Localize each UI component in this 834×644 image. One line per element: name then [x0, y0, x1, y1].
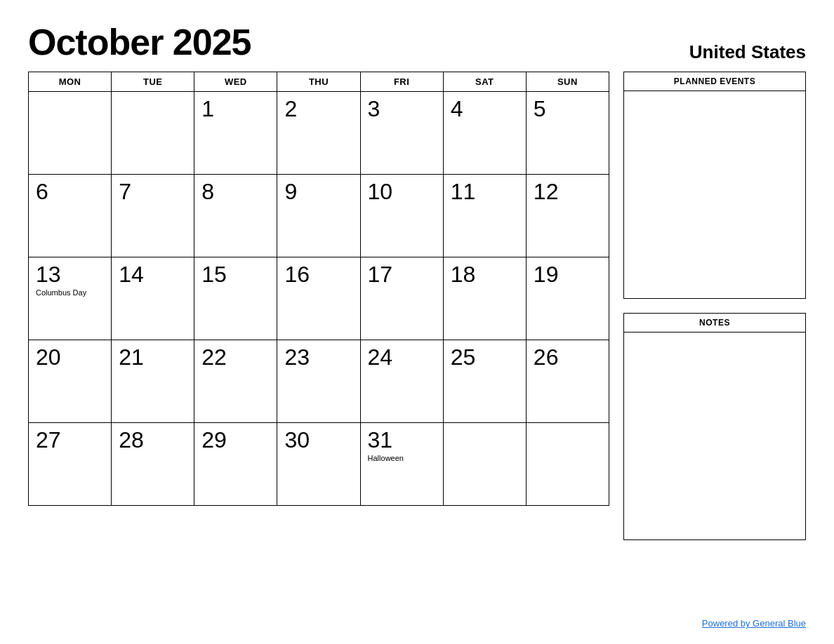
calendar-cell: 1 [194, 92, 277, 175]
month-title: October 2025 [28, 21, 251, 63]
calendar-header-row: MON TUE WED THU FRI SAT SUN [29, 72, 609, 92]
col-sun: SUN [526, 72, 609, 92]
calendar-cell: 5 [526, 92, 609, 175]
calendar-cell: 11 [443, 175, 526, 257]
calendar-cell: 21 [112, 340, 194, 423]
calendar-cell: 22 [194, 340, 277, 423]
calendar-cell: 18 [443, 257, 526, 340]
col-wed: WED [194, 72, 277, 92]
day-number: 19 [534, 263, 602, 286]
calendar-table: MON TUE WED THU FRI SAT SUN 123456789101… [28, 72, 609, 506]
day-number: 4 [451, 98, 519, 120]
calendar-cell [443, 423, 526, 506]
col-thu: THU [277, 72, 360, 92]
calendar-week-row: 2728293031Halloween [29, 423, 609, 506]
calendar-week-row: 12345 [29, 92, 609, 175]
day-number: 3 [368, 98, 436, 120]
calendar-week-row: 6789101112 [29, 175, 609, 257]
calendar-cell: 20 [29, 340, 112, 423]
notes-header: NOTES [624, 314, 805, 333]
calendar-cell: 2 [277, 92, 360, 175]
day-number: 21 [119, 346, 187, 368]
day-number: 28 [119, 429, 187, 451]
calendar-cell: 24 [360, 340, 443, 423]
col-tue: TUE [112, 72, 194, 92]
calendar-cell: 30 [277, 423, 360, 506]
planned-events-header: PLANNED EVENTS [624, 72, 805, 91]
calendar-cell: 14 [112, 257, 194, 340]
calendar-cell [112, 92, 194, 175]
day-number: 31 [368, 429, 436, 451]
day-number: 22 [201, 346, 270, 368]
calendar-cell: 28 [112, 423, 194, 506]
day-number: 2 [284, 98, 352, 120]
calendar-cell: 9 [277, 175, 360, 257]
calendar-cell: 8 [194, 175, 277, 257]
calendar-cell [29, 92, 112, 175]
planned-events-box: PLANNED EVENTS [623, 72, 806, 299]
sidebar: PLANNED EVENTS NOTES [623, 72, 806, 540]
day-number: 29 [201, 429, 270, 451]
calendar-cell [526, 423, 609, 506]
calendar-section: MON TUE WED THU FRI SAT SUN 123456789101… [28, 72, 609, 506]
holiday-label: Columbus Day [36, 288, 104, 297]
day-number: 30 [284, 429, 352, 451]
calendar-cell: 10 [360, 175, 443, 257]
holiday-label: Halloween [368, 454, 436, 463]
calendar-cell: 13Columbus Day [29, 257, 112, 340]
day-number: 23 [284, 346, 352, 368]
calendar-cell: 19 [526, 257, 609, 340]
calendar-cell: 6 [29, 175, 112, 257]
day-number: 17 [368, 263, 436, 286]
notes-body [624, 333, 805, 539]
main-area: MON TUE WED THU FRI SAT SUN 123456789101… [28, 72, 806, 540]
planned-events-body [624, 91, 805, 298]
calendar-week-row: 13Columbus Day141516171819 [29, 257, 609, 340]
day-number: 9 [284, 180, 352, 203]
day-number: 11 [451, 180, 519, 203]
calendar-cell: 27 [29, 423, 112, 506]
day-number: 12 [534, 180, 602, 203]
country-title: United States [689, 41, 806, 63]
day-number: 18 [451, 263, 519, 286]
calendar-cell: 16 [277, 257, 360, 340]
day-number: 7 [119, 180, 187, 203]
day-number: 25 [451, 346, 519, 368]
day-number: 6 [36, 180, 104, 203]
calendar-cell: 12 [526, 175, 609, 257]
calendar-cell: 26 [526, 340, 609, 423]
calendar-cell: 25 [443, 340, 526, 423]
day-number: 10 [368, 180, 436, 203]
calendar-week-row: 20212223242526 [29, 340, 609, 423]
day-number: 27 [36, 429, 104, 451]
notes-box: NOTES [623, 313, 806, 540]
day-number: 16 [284, 263, 352, 286]
day-number: 26 [534, 346, 602, 368]
page-header: October 2025 United States [28, 21, 806, 63]
calendar-cell: 31Halloween [360, 423, 443, 506]
calendar-cell: 29 [194, 423, 277, 506]
col-mon: MON [29, 72, 112, 92]
day-number: 24 [368, 346, 436, 368]
day-number: 13 [36, 263, 104, 286]
calendar-cell: 15 [194, 257, 277, 340]
day-number: 8 [201, 180, 270, 203]
day-number: 5 [534, 98, 602, 120]
day-number: 14 [119, 263, 187, 286]
calendar-cell: 17 [360, 257, 443, 340]
powered-by-link[interactable]: Powered by General Blue [702, 618, 806, 629]
day-number: 20 [36, 346, 104, 368]
col-sat: SAT [443, 72, 526, 92]
col-fri: FRI [360, 72, 443, 92]
calendar-cell: 7 [112, 175, 194, 257]
day-number: 15 [201, 263, 270, 286]
calendar-cell: 3 [360, 92, 443, 175]
calendar-cell: 4 [443, 92, 526, 175]
calendar-cell: 23 [277, 340, 360, 423]
day-number: 1 [201, 98, 270, 120]
